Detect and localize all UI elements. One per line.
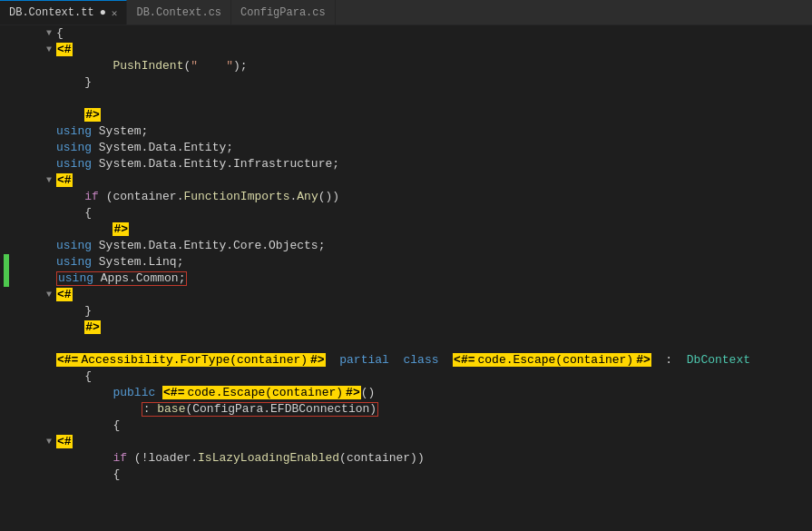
line-code: public <#=code.Escape(container)#>() [56,385,812,401]
line-code: <# [56,42,812,58]
code-line: if (!loader.IsLazyLoadingEnabled(contain… [4,450,812,467]
line-code: if (container.FunctionImports.Any()) [56,189,812,205]
line-number [9,320,42,336]
line-code: #> [56,320,812,336]
line-code: using Apps.Common; [56,270,812,287]
code-line: public <#=code.Escape(container)#>() [4,385,812,401]
line-code [56,336,812,352]
line-code: using System.Linq; [56,254,812,270]
code-line: using Apps.Common; [4,270,812,287]
line-code: } [56,74,812,91]
line-code: #> [56,107,812,123]
code-line: { [4,205,812,221]
line-number [9,189,42,205]
code-line: } [4,303,812,320]
line-code: <# [56,434,812,450]
line-number [9,434,42,450]
line-number [9,140,42,156]
fold-btn[interactable]: ▼ [42,25,56,42]
code-line: PushIndent(" "); [4,58,812,74]
fold-btn [42,58,56,74]
line-number [9,58,42,74]
line-code: { [56,418,812,434]
fold-btn[interactable]: ▼ [42,172,56,189]
line-code: #> [56,221,812,238]
code-line: using System.Data.Entity.Infrastructure; [4,156,812,172]
line-code: if (!loader.IsLazyLoadingEnabled(contain… [56,450,812,467]
line-code: { [56,205,812,221]
line-number [9,205,42,221]
code-line: #> [4,107,812,123]
editor: ▼ { ▼ <# PushIndent(" "); [0,25,812,531]
fold-btn [42,450,56,467]
fold-btn [42,303,56,320]
line-number [9,156,42,172]
code-line [4,91,812,107]
tab-configpara-cs[interactable]: ConfigPara.cs [231,0,336,25]
code-lines: ▼ { ▼ <# PushIndent(" "); [4,25,812,483]
fold-btn [42,467,56,483]
fold-btn [42,254,56,270]
code-area[interactable]: ▼ { ▼ <# PushIndent(" "); [0,25,812,531]
line-code: using System.Data.Entity.Infrastructure; [56,156,812,172]
fold-btn[interactable]: ▼ [42,287,56,303]
line-code: using System.Data.Entity; [56,140,812,156]
fold-btn [42,74,56,91]
close-icon[interactable]: ✕ [112,7,118,19]
code-line: using System.Data.Entity; [4,140,812,156]
line-code: using System.Data.Entity.Core.Objects; [56,238,812,254]
code-line: } [4,74,812,91]
fold-btn [42,189,56,205]
line-code: { [56,369,812,385]
code-line: ▼ <# [4,287,812,303]
line-number [9,467,42,483]
tab-db-context-tt[interactable]: DB.Context.tt ● ✕ [0,0,127,25]
fold-btn [42,238,56,254]
fold-btn [42,418,56,434]
line-number [9,42,42,58]
line-number [9,123,42,140]
tab-db-context-cs[interactable]: DB.Context.cs [127,0,231,25]
code-line: : base(ConfigPara.EFDBConnection) [4,401,812,418]
line-number [9,74,42,91]
line-code: using System; [56,123,812,140]
code-line: ▼ <# [4,172,812,189]
fold-btn [42,352,56,369]
fold-btn [42,221,56,238]
line-code: <#=Accessibility.ForType(container)#> pa… [56,352,812,369]
fold-btn [42,205,56,221]
line-code: { [56,467,812,483]
line-number [9,25,42,42]
line-code: : base(ConfigPara.EFDBConnection) [56,401,812,418]
line-number [9,238,42,254]
line-number [9,107,42,123]
code-line: if (container.FunctionImports.Any()) [4,189,812,205]
code-line: ▼ <# [4,42,812,58]
fold-btn [42,91,56,107]
fold-btn [42,123,56,140]
line-number [9,287,42,303]
code-line: using System; [4,123,812,140]
tab-bar: DB.Context.tt ● ✕ DB.Context.cs ConfigPa… [0,0,812,25]
fold-btn [42,140,56,156]
code-line: <#=Accessibility.ForType(container)#> pa… [4,352,812,369]
code-line: using System.Data.Entity.Core.Objects; [4,238,812,254]
code-line: #> [4,221,812,238]
code-line: { [4,369,812,385]
line-number [9,270,42,287]
fold-btn [42,336,56,352]
line-number [9,352,42,369]
code-line: #> [4,320,812,336]
code-line: { [4,467,812,483]
fold-btn [42,385,56,401]
tab-modified-indicator: ● [100,6,106,19]
fold-btn[interactable]: ▼ [42,434,56,450]
fold-btn [42,369,56,385]
line-number [9,369,42,385]
line-number [9,385,42,401]
fold-btn [42,320,56,336]
line-number [9,254,42,270]
fold-btn[interactable]: ▼ [42,42,56,58]
line-code: } [56,303,812,320]
code-line: ▼ { [4,25,812,42]
